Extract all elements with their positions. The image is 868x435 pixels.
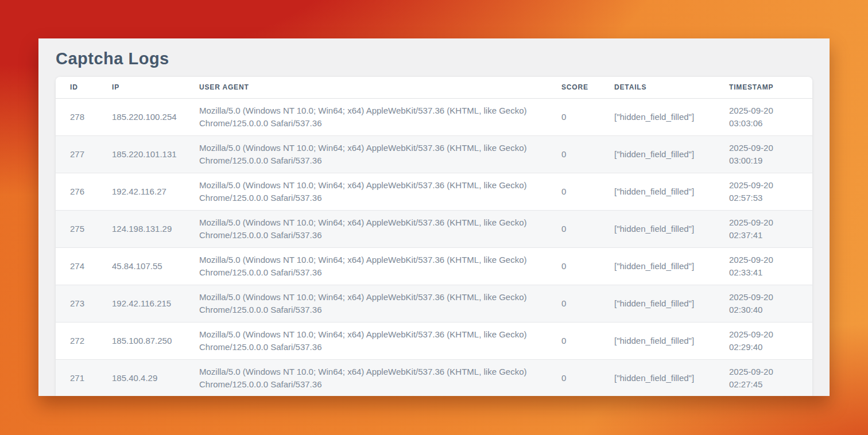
- timestamp-time: 02:27:45: [729, 378, 801, 391]
- logs-table-container: ID IP USER AGENT SCORE DETAILS TIMESTAMP…: [56, 77, 812, 396]
- table-header: ID IP USER AGENT SCORE DETAILS TIMESTAMP: [56, 77, 812, 98]
- cell-id: 277: [56, 135, 98, 173]
- cell-timestamp: 2025-09-20 02:57:53: [715, 173, 812, 210]
- column-header-user-agent: USER AGENT: [185, 77, 547, 98]
- captcha-logs-card: Captcha Logs ID IP USER AGENT SCORE DETA…: [38, 38, 830, 396]
- cell-ip: 185.220.101.131: [98, 135, 185, 173]
- cell-details: ["hidden_field_filled"]: [600, 173, 715, 210]
- cell-score: 0: [547, 247, 600, 285]
- cell-score: 0: [547, 210, 600, 247]
- column-header-details: DETAILS: [600, 77, 715, 98]
- cell-score: 0: [547, 98, 600, 135]
- timestamp-time: 03:00:19: [729, 154, 801, 167]
- cell-id: 272: [56, 322, 98, 359]
- timestamp-time: 02:57:53: [729, 192, 801, 204]
- cell-user-agent: Mozilla/5.0 (Windows NT 10.0; Win64; x64…: [185, 210, 547, 247]
- cell-id: 276: [56, 173, 98, 210]
- cell-score: 0: [547, 359, 600, 396]
- cell-timestamp: 2025-09-20 02:29:40: [715, 322, 812, 359]
- cell-score: 0: [547, 285, 600, 322]
- cell-score: 0: [547, 135, 600, 173]
- table-row: 271 185.40.4.29 Mozilla/5.0 (Windows NT …: [56, 359, 812, 396]
- column-header-score: SCORE: [547, 77, 600, 98]
- column-header-ip: IP: [98, 77, 185, 98]
- cell-user-agent: Mozilla/5.0 (Windows NT 10.0; Win64; x64…: [185, 247, 547, 285]
- cell-user-agent: Mozilla/5.0 (Windows NT 10.0; Win64; x64…: [185, 173, 547, 210]
- cell-ip: 185.40.4.29: [98, 359, 185, 396]
- cell-details: ["hidden_field_filled"]: [600, 322, 715, 359]
- cell-id: 275: [56, 210, 98, 247]
- logs-table: ID IP USER AGENT SCORE DETAILS TIMESTAMP…: [56, 77, 812, 396]
- cell-ip: 192.42.116.215: [98, 285, 185, 322]
- cell-timestamp: 2025-09-20 02:33:41: [715, 247, 812, 285]
- timestamp-date: 2025-09-20: [729, 254, 801, 266]
- cell-id: 274: [56, 247, 98, 285]
- timestamp-date: 2025-09-20: [729, 328, 801, 341]
- cell-user-agent: Mozilla/5.0 (Windows NT 10.0; Win64; x64…: [185, 285, 547, 322]
- timestamp-time: 02:29:40: [729, 341, 801, 354]
- table-row: 278 185.220.100.254 Mozilla/5.0 (Windows…: [56, 98, 812, 135]
- cell-user-agent: Mozilla/5.0 (Windows NT 10.0; Win64; x64…: [185, 322, 547, 359]
- timestamp-time: 02:37:41: [729, 229, 801, 242]
- cell-details: ["hidden_field_filled"]: [600, 359, 715, 396]
- timestamp-date: 2025-09-20: [729, 216, 801, 229]
- column-header-id: ID: [56, 77, 98, 98]
- timestamp-date: 2025-09-20: [729, 366, 801, 378]
- cell-id: 273: [56, 285, 98, 322]
- cell-score: 0: [547, 173, 600, 210]
- cell-timestamp: 2025-09-20 02:27:45: [715, 359, 812, 396]
- cell-user-agent: Mozilla/5.0 (Windows NT 10.0; Win64; x64…: [185, 135, 547, 173]
- cell-ip: 192.42.116.27: [98, 173, 185, 210]
- cell-timestamp: 2025-09-20 02:30:40: [715, 285, 812, 322]
- cell-timestamp: 2025-09-20 02:37:41: [715, 210, 812, 247]
- cell-details: ["hidden_field_filled"]: [600, 210, 715, 247]
- column-header-timestamp: TIMESTAMP: [715, 77, 812, 98]
- timestamp-time: 02:30:40: [729, 304, 801, 316]
- table-row: 275 124.198.131.29 Mozilla/5.0 (Windows …: [56, 210, 812, 247]
- cell-user-agent: Mozilla/5.0 (Windows NT 10.0; Win64; x64…: [185, 98, 547, 135]
- table-row: 272 185.100.87.250 Mozilla/5.0 (Windows …: [56, 322, 812, 359]
- table-row: 273 192.42.116.215 Mozilla/5.0 (Windows …: [56, 285, 812, 322]
- timestamp-date: 2025-09-20: [729, 104, 801, 117]
- cell-details: ["hidden_field_filled"]: [600, 135, 715, 173]
- timestamp-date: 2025-09-20: [729, 142, 801, 154]
- cell-timestamp: 2025-09-20 03:03:06: [715, 98, 812, 135]
- cell-ip: 185.100.87.250: [98, 322, 185, 359]
- cell-ip: 124.198.131.29: [98, 210, 185, 247]
- cell-ip: 45.84.107.55: [98, 247, 185, 285]
- cell-details: ["hidden_field_filled"]: [600, 247, 715, 285]
- cell-details: ["hidden_field_filled"]: [600, 285, 715, 322]
- timestamp-time: 03:03:06: [729, 117, 801, 130]
- table-body: 278 185.220.100.254 Mozilla/5.0 (Windows…: [56, 98, 812, 396]
- cell-id: 271: [56, 359, 98, 396]
- cell-score: 0: [547, 322, 600, 359]
- cell-user-agent: Mozilla/5.0 (Windows NT 10.0; Win64; x64…: [185, 359, 547, 396]
- table-row: 277 185.220.101.131 Mozilla/5.0 (Windows…: [56, 135, 812, 173]
- timestamp-date: 2025-09-20: [729, 179, 801, 192]
- cell-id: 278: [56, 98, 98, 135]
- cell-details: ["hidden_field_filled"]: [600, 98, 715, 135]
- table-row: 276 192.42.116.27 Mozilla/5.0 (Windows N…: [56, 173, 812, 210]
- timestamp-time: 02:33:41: [729, 266, 801, 279]
- table-row: 274 45.84.107.55 Mozilla/5.0 (Windows NT…: [56, 247, 812, 285]
- cell-timestamp: 2025-09-20 03:00:19: [715, 135, 812, 173]
- cell-ip: 185.220.100.254: [98, 98, 185, 135]
- page-title: Captcha Logs: [38, 38, 830, 77]
- timestamp-date: 2025-09-20: [729, 291, 801, 304]
